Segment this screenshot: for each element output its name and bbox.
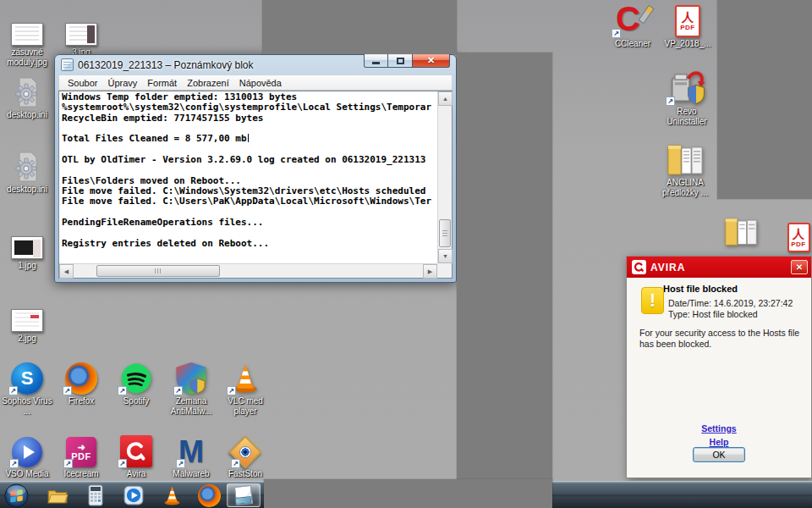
desktop-icon-label: Zemana AntiMalw... [164, 396, 218, 416]
horizontal-scrollbar[interactable]: ◀ ▶ [59, 263, 437, 278]
menu-zobrazeni[interactable]: Zobrazení [182, 76, 234, 90]
taskbar-firefox-button[interactable] [195, 483, 222, 507]
desktop-icon-label: 1.jpg [18, 261, 36, 271]
desktop-icon-label: FastSton [228, 469, 262, 479]
settings-link[interactable]: Settings [627, 423, 811, 433]
shortcut-arrow-icon: ↗ [9, 459, 19, 468]
desktop-icon-sophos[interactable]: S ↗ Sophos Virus ... [0, 361, 54, 416]
log-line: File move failed. C:\Users\PaK\AppData\L… [62, 196, 437, 207]
redacted-region [264, 479, 552, 508]
image-thumbnail-icon [11, 23, 43, 46]
taskbar-vlc-button[interactable] [159, 483, 184, 507]
taskbar-mediaplayer-button[interactable] [121, 483, 146, 507]
desktop-icon-faststone[interactable]: ↗ FastSton [218, 433, 272, 479]
shortcut-arrow-icon: ↗ [173, 386, 183, 395]
shortcut-arrow-icon: ↗ [612, 29, 621, 38]
minimize-button[interactable] [364, 54, 388, 68]
notepad-window: 06132019_221313 – Poznámkový blok ✕ Soub… [54, 54, 457, 283]
desktop-icon-vlc[interactable]: ↗ VLC med player [218, 361, 272, 416]
scroll-up-button[interactable]: ▲ [438, 91, 453, 106]
menu-format[interactable]: Formát [142, 76, 182, 90]
taskbar-notepad-button-active[interactable] [227, 483, 261, 507]
notepad-app-icon [61, 58, 74, 71]
desktop-icon-vp-2018-pdf[interactable]: 人PDF VP_2018_... [661, 3, 715, 49]
image-thumbnail-icon [11, 236, 43, 259]
media-player-icon [123, 484, 145, 506]
desktop-icon-avira[interactable]: ↗ Avira [109, 433, 163, 479]
menu-soubor[interactable]: Soubor [63, 76, 102, 90]
desktop-icon-desktop-ini-2[interactable]: desktop.ini [0, 149, 54, 195]
gear-file-icon [13, 151, 41, 183]
scroll-left-button[interactable]: ◀ [59, 264, 74, 279]
help-link[interactable]: Help [627, 437, 811, 447]
desktop-icon-ccleaner[interactable]: C ↗ CCleaner [606, 3, 660, 49]
pdf-file-icon: 人PDF [675, 5, 700, 37]
desktop-icon-3-jpg[interactable]: 3.jpg [54, 12, 108, 58]
desktop-icon-folder[interactable] [714, 213, 768, 247]
ok-button[interactable]: OK [693, 447, 745, 462]
desktop-icon-label: Spotify [123, 396, 150, 406]
shortcut-arrow-icon: ↗ [118, 459, 127, 468]
desktop-icon-zemana[interactable]: ↗ Zemana AntiMalw... [164, 361, 218, 416]
avira-close-button[interactable]: ✕ [791, 260, 808, 274]
image-thumbnail-icon [65, 23, 97, 46]
scroll-right-button[interactable]: ▶ [423, 264, 437, 279]
desktop-icon-malwarebytes[interactable]: M ↗ Malwareb [164, 433, 218, 479]
taskbar-calculator-button[interactable] [83, 483, 108, 507]
desktop-icon-desktop-ini-1[interactable]: desktop.ini [0, 75, 54, 120]
warning-icon: ! [641, 287, 664, 314]
desktop-icon-label: CCleaner [615, 39, 650, 49]
desktop-icon-label: desktop.ini [7, 110, 47, 120]
notepad-text-area[interactable]: Windows Temp folder emptied: 1310013 byt… [59, 91, 437, 263]
scroll-down-button[interactable]: ▼ [438, 249, 453, 263]
desktop-icon-label: Sophos Virus ... [0, 396, 54, 416]
windows-logo-icon [4, 483, 29, 508]
gear-file-icon [13, 76, 41, 108]
desktop-icon-firefox[interactable]: ↗ Firefox [54, 361, 108, 406]
menu-upravy[interactable]: Úpravy [102, 76, 142, 90]
avira-brand-text: AVIRA [650, 262, 685, 273]
log-line: Total Files Cleaned = 8 577,00 mb [62, 134, 437, 144]
vertical-scrollbar[interactable]: ▲ ▼ [437, 91, 452, 263]
alert-message: For your security access to the Hosts fi… [639, 328, 807, 350]
vertical-scroll-thumb[interactable] [439, 219, 451, 247]
close-button[interactable]: ✕ [412, 54, 450, 68]
desktop-icon-revo-uninstaller[interactable]: ↗ Revo Uninstaller [660, 71, 714, 126]
desktop-icon-label: desktop.ini [7, 185, 47, 195]
shortcut-arrow-icon: ↗ [666, 97, 675, 106]
firefox-icon [198, 484, 221, 507]
desktop-icon-label: ANGLINA předložky ... [658, 178, 712, 197]
folder-explorer-icon [47, 484, 69, 506]
redacted-region [717, 0, 812, 199]
horizontal-scroll-thumb[interactable] [96, 265, 220, 277]
shortcut-arrow-icon: ↗ [231, 459, 240, 468]
calculator-icon [85, 484, 106, 506]
desktop-icon-anglina-folder[interactable]: ANGLINA předložky ... [658, 142, 712, 197]
notepad-menubar: Soubor Úpravy Formát Zobrazení Nápověda [58, 75, 453, 91]
desktop-icon-label: VLC med player [218, 396, 272, 416]
log-line [62, 165, 437, 175]
desktop-icon-pdf-file[interactable]: 人PDF [771, 218, 812, 252]
folder-icon [666, 141, 705, 176]
menu-napoveda[interactable]: Nápověda [234, 76, 287, 90]
folder-icon [723, 213, 759, 247]
desktop-icon-label: Revo Uninstaller [660, 107, 714, 126]
notepad-titlebar[interactable]: 06132019_221313 – Poznámkový blok ✕ [55, 55, 456, 75]
desktop-icon-spotify[interactable]: ↗ Spotify [109, 361, 163, 406]
desktop-icon-label: Firefox [69, 396, 95, 406]
desktop-icon-1-jpg[interactable]: 1.jpg [0, 225, 54, 271]
desktop-icon-vso-media[interactable]: ↗ VSO Media [0, 433, 54, 479]
maximize-button[interactable] [388, 54, 412, 68]
taskbar-explorer-button[interactable] [45, 483, 70, 507]
avira-titlebar[interactable]: AVIRA ✕ [627, 257, 811, 278]
redacted-region [457, 52, 552, 508]
vlc-cone-icon [162, 484, 183, 506]
desktop-icon-2-jpg[interactable]: 2.jpg [0, 298, 54, 344]
notepad-body: Windows Temp folder emptied: 1310013 byt… [58, 91, 453, 279]
pdf-file-icon: 人PDF [787, 223, 810, 252]
desktop-icon-zasuvne-moduly-jpg[interactable]: zásuvné moduly.jpg [0, 12, 54, 67]
desktop-icon-label: 2.jpg [18, 334, 36, 344]
avira-logo-icon [632, 260, 646, 274]
start-button[interactable] [3, 483, 30, 507]
desktop-icon-icecream-pdf[interactable]: ➜PDF ↗ Icecream [54, 433, 108, 479]
